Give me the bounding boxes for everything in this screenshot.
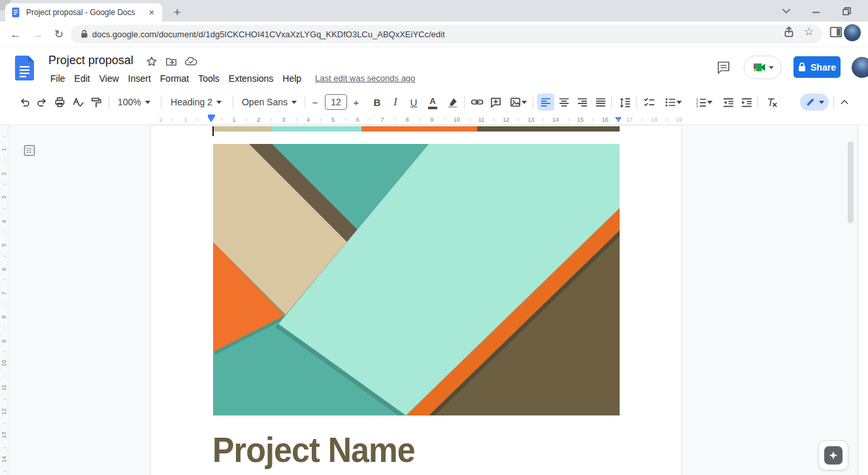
share-page-icon[interactable] — [782, 25, 796, 39]
print-button[interactable] — [51, 94, 68, 111]
hide-menus-button[interactable] — [836, 94, 853, 111]
chevron-down-icon — [819, 101, 824, 104]
move-folder-icon[interactable] — [164, 54, 178, 69]
toolbar-separator — [833, 96, 834, 109]
clear-formatting-button[interactable] — [763, 94, 780, 111]
insert-image-button[interactable] — [505, 94, 530, 111]
underline-button[interactable]: U — [405, 94, 422, 111]
cover-image[interactable] — [213, 144, 620, 415]
ruler-number: 12 — [503, 116, 509, 123]
star-doc-icon[interactable] — [144, 54, 159, 69]
ruler-number: 1 — [1, 145, 7, 151]
tab-close-icon[interactable]: × — [146, 7, 157, 18]
add-comment-icon — [490, 96, 502, 109]
pencil-icon — [805, 97, 816, 107]
ruler-tick — [3, 471, 6, 472]
bulleted-list-button[interactable] — [659, 94, 686, 111]
svg-text:3: 3 — [696, 104, 698, 108]
align-center-button[interactable] — [556, 94, 573, 111]
menu-insert[interactable]: Insert — [124, 71, 156, 86]
ruler-tick — [493, 118, 494, 121]
window-minimize-button[interactable] — [807, 3, 826, 20]
side-panel-icon[interactable] — [829, 25, 843, 39]
scrollbar-thumb[interactable] — [848, 141, 854, 223]
align-left-button[interactable] — [537, 94, 554, 111]
checklist-button[interactable] — [641, 94, 658, 111]
right-indent-marker[interactable] — [615, 117, 622, 122]
redo-button[interactable] — [33, 94, 50, 111]
tab-search-chevron-icon[interactable] — [776, 3, 796, 20]
numbered-list-button[interactable]: 123 — [690, 94, 716, 111]
line-spacing-button[interactable] — [616, 94, 633, 111]
menu-extensions[interactable]: Extensions — [224, 71, 278, 86]
decrease-indent-button[interactable] — [720, 94, 737, 111]
editing-mode-button[interactable] — [800, 94, 829, 111]
document-title[interactable]: Project proposal — [48, 54, 133, 67]
undo-button[interactable] — [16, 94, 33, 111]
increase-indent-button[interactable] — [738, 94, 755, 111]
back-icon[interactable]: ← — [8, 27, 24, 43]
menu-help[interactable]: Help — [278, 71, 306, 86]
v-ruler[interactable]: 1234567891011121314 — [0, 125, 8, 475]
open-comments-button[interactable] — [714, 58, 733, 77]
ruler-number: 16 — [602, 116, 609, 123]
cloud-status-icon[interactable] — [184, 54, 198, 69]
align-right-button[interactable] — [574, 94, 591, 111]
ruler-tick — [618, 118, 618, 121]
left-indent-marker[interactable] — [208, 117, 214, 122]
browser-profile-avatar[interactable] — [844, 24, 861, 41]
increase-font-size-button[interactable]: + — [348, 94, 365, 111]
docs-logo-icon[interactable] — [15, 56, 34, 80]
browser-tab[interactable]: Project proposal - Google Docs × — [5, 3, 162, 22]
document-heading[interactable]: Project Name — [212, 429, 415, 470]
paragraph-style-select[interactable]: Heading 2 — [165, 94, 227, 111]
ruler-number: 17 — [626, 116, 633, 123]
align-justify-button[interactable] — [592, 94, 609, 111]
redo-icon — [36, 96, 48, 109]
highlight-color-button[interactable] — [444, 94, 461, 111]
account-avatar[interactable] — [852, 57, 868, 78]
decrease-font-size-button[interactable]: − — [307, 94, 324, 111]
italic-button[interactable]: I — [387, 94, 404, 111]
h-ruler[interactable]: 2112345678910111213141516171819 — [0, 114, 868, 124]
text-color-button[interactable]: A — [424, 94, 441, 111]
ruler-number: 1 — [184, 116, 187, 123]
side-panel-rail — [858, 125, 868, 475]
add-comment-button[interactable] — [487, 94, 504, 111]
ruler-number: 4 — [307, 116, 310, 123]
menu-view[interactable]: View — [95, 71, 124, 86]
zoom-value: 100% — [118, 97, 141, 107]
url-text: docs.google.com/document/d/1dg5ICKCHOI41… — [92, 29, 445, 39]
menu-format[interactable]: Format — [156, 71, 193, 86]
sliver-segment — [477, 126, 620, 132]
window-restore-button[interactable] — [837, 3, 856, 20]
ruler-tick — [3, 399, 6, 400]
explore-button[interactable] — [818, 440, 848, 470]
last-edit-link[interactable]: Last edit was seconds ago — [315, 71, 415, 86]
reload-icon[interactable]: ↻ — [51, 27, 67, 43]
bookmark-star-icon[interactable]: ☆ — [804, 25, 814, 39]
join-meet-button[interactable] — [744, 56, 782, 79]
insert-link-button[interactable] — [469, 94, 486, 111]
menu-tools[interactable]: Tools — [193, 71, 224, 86]
zoom-select[interactable]: 100% — [112, 94, 156, 111]
url-omnibox[interactable]: docs.google.com/document/d/1dg5ICKCHOI41… — [71, 25, 822, 43]
spellcheck-button[interactable] — [69, 94, 86, 111]
highlighter-icon — [446, 96, 459, 109]
font-size-input[interactable]: 12 — [325, 94, 347, 110]
font-select[interactable]: Open Sans — [237, 94, 302, 111]
new-tab-button[interactable]: + — [169, 4, 186, 21]
forward-icon[interactable]: → — [30, 27, 46, 43]
share-button[interactable]: Share — [793, 56, 841, 78]
ruler-number: 10 — [1, 360, 7, 366]
bold-button[interactable]: B — [369, 94, 386, 111]
menu-file[interactable]: File — [46, 71, 70, 86]
ruler-tick — [3, 423, 6, 424]
image-icon — [509, 96, 522, 109]
document-page[interactable]: Project Name — [150, 125, 682, 475]
show-outline-button[interactable] — [22, 143, 37, 158]
paint-format-button[interactable] — [88, 94, 105, 111]
browser-tab-bar: Project proposal - Google Docs × + — [0, 0, 868, 22]
menu-edit[interactable]: Edit — [70, 71, 95, 86]
increase-indent-icon — [741, 96, 753, 109]
